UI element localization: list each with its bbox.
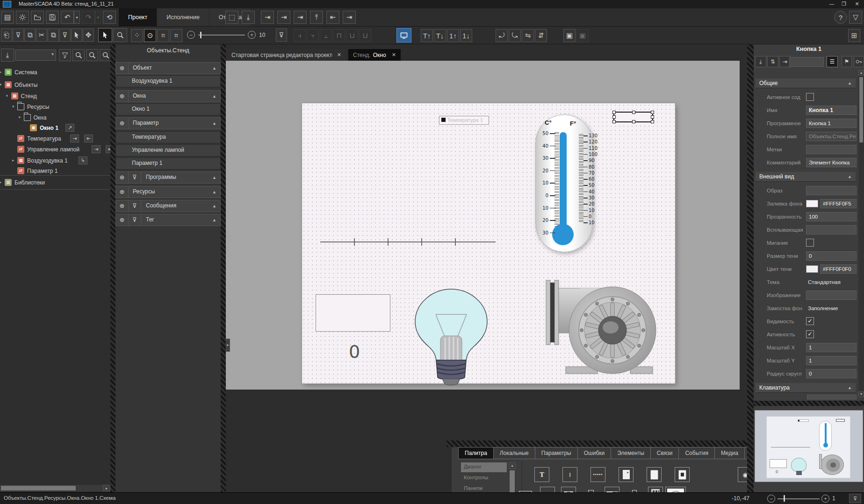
- flip-v-icon[interactable]: ⇵: [535, 29, 547, 42]
- rotate-left-icon[interactable]: ⤾: [496, 29, 508, 42]
- export-node-button[interactable]: ⇥: [294, 11, 307, 24]
- props-list-view-icon[interactable]: ☰: [827, 56, 838, 67]
- add-icon[interactable]: ⊕: [116, 200, 129, 212]
- collapse-icon[interactable]: ▲: [212, 121, 216, 126]
- ribbon-tab-Исполнение[interactable]: Исполнение: [157, 8, 209, 26]
- paste-special-icon[interactable]: ⊽: [13, 28, 24, 42]
- sort-asc-icon[interactable]: 1↑: [447, 29, 459, 42]
- tree-expander-icon[interactable]: ▾: [0, 82, 2, 87]
- align-top-icon[interactable]: ⊓: [333, 29, 345, 42]
- zoom-slider[interactable]: [198, 35, 245, 35]
- add-icon[interactable]: ⊕: [116, 91, 129, 102]
- undo-dropdown[interactable]: ▾: [74, 11, 80, 24]
- ungroup-icon[interactable]: ▣: [576, 29, 589, 42]
- tree-filter-icon[interactable]: [59, 49, 71, 61]
- objects-section-Ресурсы[interactable]: ⊕▲Ресурсы: [115, 186, 221, 198]
- tree-expander-icon[interactable]: ▸: [0, 70, 2, 74]
- tree-item-Стенд[interactable]: ▾▦Стенд: [0, 92, 110, 101]
- prop-checkbox-Мигание[interactable]: [806, 239, 814, 247]
- tree-expander-icon[interactable]: ▾: [19, 115, 21, 120]
- tree-expander-icon[interactable]: ▸: [12, 158, 14, 163]
- prop-checkbox-Видимость[interactable]: ✓: [806, 317, 814, 325]
- tree-collapse-icon[interactable]: ⤓: [1, 49, 14, 62]
- objects-section-Тег[interactable]: ⊕⊽▲Тег: [115, 214, 221, 226]
- tree-search-down-icon[interactable]: [100, 49, 110, 61]
- objects-item-Воздуходувка 1[interactable]: Воздуходувка 1: [115, 75, 221, 87]
- collapse-icon[interactable]: ▲: [212, 175, 216, 180]
- prop-input-Образ[interactable]: [806, 186, 857, 195]
- copy-icon[interactable]: ⧉: [24, 28, 36, 42]
- grid-lines-toggle[interactable]: ⌗: [170, 29, 182, 42]
- align-middle-icon[interactable]: ⊔: [346, 29, 358, 42]
- editor-tab-Стартовая страница редактора проектов[interactable]: Стартовая страница редактора проектов✕: [227, 49, 346, 61]
- objects-section-Объект[interactable]: ⊕▲Объект: [115, 62, 221, 74]
- add-icon[interactable]: ⊕: [116, 63, 129, 74]
- duplicate-icon[interactable]: ⧉: [48, 28, 59, 42]
- status-zoom-thumb[interactable]: [784, 495, 785, 502]
- add-icon[interactable]: ⊕: [116, 118, 129, 129]
- thermometer-element[interactable]: C° F° 5040302010010203013012011010090807…: [535, 114, 593, 252]
- window-page[interactable]: Температура 1 C° F° 50403020100102030130…: [302, 103, 675, 383]
- section-collapse-icon[interactable]: ▲: [848, 383, 852, 392]
- splitter-tree-objects[interactable]: [110, 44, 115, 492]
- palette-item-text-label-icon[interactable]: T: [534, 467, 549, 482]
- tree-item-Окна[interactable]: ▾Окна: [0, 113, 110, 123]
- palette-item-text-input-icon[interactable]: I: [562, 467, 577, 482]
- grid-step-dropdown[interactable]: ⊽: [276, 28, 287, 42]
- collapse-icon[interactable]: ▲: [212, 204, 216, 208]
- props-section-Клавиатура[interactable]: Клавиатура▲: [756, 383, 856, 393]
- open-project-button[interactable]: [31, 11, 44, 24]
- maximize-button[interactable]: ❐: [838, 0, 850, 8]
- tree-search-icon[interactable]: [72, 49, 85, 61]
- objects-item-Окно 1[interactable]: Окно 1: [115, 103, 221, 115]
- tree-item-Воздуходувка 1[interactable]: ▸▦Воздуходувка 1↳: [0, 156, 110, 166]
- objects-item-Температура[interactable]: Температура: [115, 131, 221, 143]
- bind-in-badge-icon[interactable]: ⇥: [92, 145, 101, 153]
- undo-button[interactable]: ↶: [61, 11, 74, 24]
- tree-expander-icon[interactable]: ▸: [0, 180, 2, 185]
- palette-item-locked-panel-icon[interactable]: [675, 467, 690, 482]
- prop-input-Метки[interactable]: [806, 145, 857, 154]
- text-size-up-icon[interactable]: T↑: [421, 29, 433, 42]
- props-flag-icon[interactable]: ⚑: [842, 56, 852, 67]
- props-key-icon[interactable]: [854, 56, 864, 67]
- paste-down-icon[interactable]: ⊽: [59, 28, 71, 42]
- prop-checkbox-Активное сод[interactable]: [806, 93, 814, 101]
- palette-item-spinner-icon[interactable]: [619, 467, 634, 482]
- align-left-icon[interactable]: ⫞: [294, 29, 306, 42]
- help-button[interactable]: ?: [834, 11, 847, 24]
- select-add-icon[interactable]: [71, 28, 82, 42]
- text-size-down-icon[interactable]: T↓: [434, 29, 446, 42]
- bottom-tab-Элементы[interactable]: Элементы: [611, 447, 651, 459]
- dock-right-button[interactable]: ⇥: [343, 11, 356, 24]
- export-branch-button[interactable]: ⇥: [277, 11, 290, 24]
- bottom-tab-События[interactable]: События: [679, 447, 715, 459]
- tree-item-Окно 1[interactable]: ▣Окно 1↗: [0, 123, 110, 133]
- prop-checkbox-Активность[interactable]: ✓: [806, 330, 814, 338]
- filter-icon[interactable]: ⊽: [129, 200, 141, 212]
- tree-search-combo[interactable]: [15, 50, 56, 61]
- prop-input-Всплывающая[interactable]: [806, 225, 857, 234]
- section-collapse-icon[interactable]: ▲: [848, 172, 852, 181]
- prop-color-swatch[interactable]: [806, 200, 818, 207]
- redo-dropdown[interactable]: ▾: [95, 11, 101, 24]
- ribbon-tab-Проект[interactable]: Проект: [119, 8, 157, 26]
- frame-select-button[interactable]: ⬚: [225, 11, 238, 24]
- group-icon[interactable]: ▣: [563, 29, 576, 42]
- tree-search-up-icon[interactable]: [86, 49, 98, 61]
- status-zoom-in-icon[interactable]: +: [821, 495, 829, 503]
- props-collapse-icon[interactable]: ⤓: [755, 56, 766, 67]
- lamp-element[interactable]: [411, 285, 491, 386]
- bottom-tab-Медиа[interactable]: Медиа: [715, 447, 745, 459]
- dock-left-button[interactable]: ⇤: [326, 11, 339, 24]
- objects-item-Параметр 1[interactable]: Параметр 1: [115, 157, 221, 170]
- collapse-icon[interactable]: ▲: [212, 94, 216, 99]
- tree-item-Объекты[interactable]: ▾▦Объекты: [0, 80, 110, 90]
- add-icon[interactable]: ⊕: [116, 172, 129, 183]
- panel-settings-button[interactable]: ▤: [1, 11, 14, 24]
- prop-input-Полное имя[interactable]: Объекты.Стенд.Ре: [806, 132, 857, 141]
- prop-input-Прозрачность[interactable]: 100: [806, 212, 857, 221]
- objects-item-Управление лампой[interactable]: Управление лампой: [115, 144, 221, 156]
- preview-runtime-button[interactable]: [396, 28, 411, 43]
- blower-element[interactable]: [542, 273, 659, 378]
